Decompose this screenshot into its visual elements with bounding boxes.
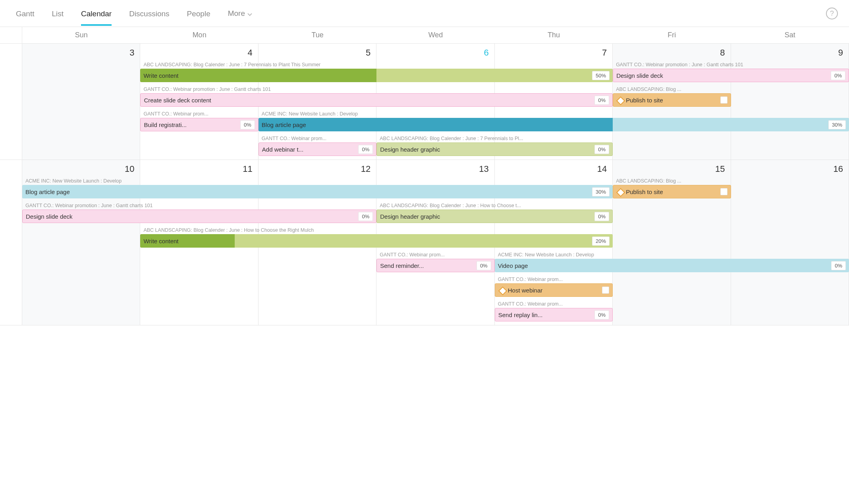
event-bar[interactable]: Send reminder...0%	[376, 259, 494, 272]
calendar-event[interactable]: GANTT CO.: Webinar promotion : June : Ga…	[140, 86, 613, 108]
event-percent-badge: 50%	[592, 71, 610, 80]
milestone-icon	[498, 287, 506, 294]
chevron-down-icon	[247, 10, 252, 18]
event-title: Write content	[143, 72, 592, 79]
calendar-event[interactable]: ABC LANDSCAPING: Blog Calender : June : …	[376, 202, 613, 224]
event-bar[interactable]: Build registrati...0%	[140, 118, 258, 131]
event-title: Design slide deck	[26, 213, 358, 220]
event-title: Write content	[143, 238, 592, 244]
tab-label: More	[228, 9, 245, 17]
event-bar[interactable]: Publish to site	[613, 93, 731, 107]
event-title: Design header graphic	[380, 146, 594, 153]
event-row: ABC LANDSCAPING: Blog Calender : June : …	[22, 227, 849, 251]
calendar-event[interactable]: GANTT CO.: Webinar prom...Send replay li…	[495, 300, 613, 323]
calendar-event[interactable]: ABC LANDSCAPING: Blog ...Publish to site	[613, 86, 731, 108]
event-caption: ABC LANDSCAPING: Blog Calender : June : …	[376, 135, 613, 142]
week-gutter	[0, 44, 22, 160]
calendar-event[interactable]: ABC LANDSCAPING: Blog ...Publish to site	[613, 177, 731, 200]
event-bar[interactable]: Write content50%	[140, 69, 613, 82]
event-caption: ABC LANDSCAPING: Blog Calender : June : …	[140, 227, 613, 234]
calendar-event[interactable]: GANTT CO.: Webinar promotion : June : Ga…	[22, 202, 376, 224]
milestone-icon	[616, 96, 623, 104]
event-bar[interactable]: Blog article page30%	[259, 118, 849, 131]
weekday-label: Tue	[259, 27, 376, 43]
tab-label: List	[52, 10, 64, 18]
weekday-label: Thu	[495, 27, 613, 43]
calendar-event[interactable]: ABC LANDSCAPING: Blog Calender : June : …	[376, 135, 613, 157]
tab-discussions[interactable]: Discussions	[120, 2, 178, 25]
help-icon[interactable]: ?	[826, 8, 838, 19]
event-bar[interactable]: Video page0%	[495, 259, 849, 272]
event-percent-badge: 0%	[358, 145, 373, 154]
tab-calendar[interactable]: Calendar	[72, 2, 120, 25]
event-caption: GANTT CO.: Webinar prom...	[376, 251, 494, 259]
event-title: Blog article page	[262, 121, 828, 128]
calendar-event[interactable]: GANTT CO.: Webinar prom...Send reminder.…	[376, 251, 494, 273]
calendar-event[interactable]: GANTT CO.: Webinar promotion : June : Ga…	[613, 61, 849, 83]
event-title: Blog article page	[25, 189, 592, 195]
calendar-event[interactable]: ABC LANDSCAPING: Blog Calender : June : …	[140, 227, 613, 249]
event-caption: ACME INC: New Website Launch : Develop	[259, 110, 849, 118]
event-percent-badge: 30%	[592, 187, 610, 196]
event-bar[interactable]: Write content20%	[140, 234, 613, 248]
event-caption: ABC LANDSCAPING: Blog Calender : June : …	[140, 61, 613, 69]
calendar-event[interactable]: ABC LANDSCAPING: Blog Calender : June : …	[140, 61, 613, 83]
event-bar[interactable]: Create slide deck content0%	[140, 93, 613, 107]
event-bar[interactable]: Design header graphic0%	[376, 210, 613, 223]
event-layer: ABC LANDSCAPING: Blog Calender : June : …	[22, 44, 849, 160]
event-caption: GANTT CO.: Webinar prom...	[495, 300, 613, 308]
calendar-event[interactable]: GANTT CO.: Webinar prom...Build registra…	[140, 110, 258, 133]
event-title: Build registrati...	[144, 121, 240, 128]
tab-label: Discussions	[129, 10, 169, 18]
calendar-event[interactable]: GANTT CO.: Webinar prom...Host webinar	[495, 276, 613, 298]
event-title: Design header graphic	[380, 213, 594, 220]
event-bar[interactable]: Add webinar t...0%	[259, 142, 376, 156]
event-title: Add webinar t...	[262, 146, 359, 153]
event-row: GANTT CO.: Webinar prom...Host webinar	[22, 276, 849, 300]
tab-people[interactable]: People	[178, 2, 219, 25]
event-bar[interactable]: Send replay lin...0%	[495, 308, 613, 321]
calendar-week: 3456789ABC LANDSCAPING: Blog Calender : …	[0, 44, 849, 160]
event-bar[interactable]: Design slide deck0%	[613, 69, 849, 82]
event-row: GANTT CO.: Webinar prom...Send replay li…	[22, 300, 849, 325]
event-bar[interactable]: Publish to site	[613, 185, 731, 198]
weekday-label: Sat	[731, 27, 849, 43]
event-caption: GANTT CO.: Webinar prom...	[495, 276, 613, 283]
event-caption: ACME INC: New Website Launch : Develop	[495, 251, 849, 259]
event-bar[interactable]: Design header graphic0%	[376, 142, 613, 156]
weekday-label: Wed	[376, 27, 494, 43]
weekday-header: SunMonTueWedThuFriSat	[0, 27, 849, 44]
weekday-label: Sun	[22, 27, 140, 43]
event-bar[interactable]: Blog article page30%	[22, 185, 613, 198]
event-checkbox[interactable]	[720, 96, 727, 104]
event-caption: ABC LANDSCAPING: Blog Calender : June : …	[376, 202, 613, 210]
calendar-event[interactable]: ACME INC: New Website Launch : DevelopVi…	[495, 251, 849, 273]
event-row: GANTT CO.: Webinar prom...Build registra…	[22, 110, 849, 135]
event-row: GANTT CO.: Webinar prom...Send reminder.…	[22, 251, 849, 276]
tab-more[interactable]: More	[219, 1, 261, 25]
event-title: Publish to site	[626, 189, 720, 195]
event-percent-badge: 0%	[358, 212, 373, 221]
event-percent-badge: 0%	[477, 261, 491, 270]
calendar-event[interactable]: ACME INC: New Website Launch : DevelopBl…	[22, 177, 613, 200]
tab-list[interactable]: List	[43, 2, 72, 25]
event-percent-badge: 0%	[594, 212, 609, 221]
event-checkbox[interactable]	[602, 287, 609, 294]
view-tabs: GanttListCalendarDiscussionsPeopleMore ?	[0, 0, 849, 27]
event-checkbox[interactable]	[720, 188, 727, 195]
event-percent-badge: 0%	[594, 96, 609, 105]
event-caption: GANTT CO.: Webinar prom...	[259, 135, 376, 142]
event-percent-badge: 0%	[594, 145, 609, 154]
event-bar[interactable]: Design slide deck0%	[22, 210, 376, 223]
event-bar[interactable]: Host webinar	[495, 283, 613, 297]
tab-label: Calendar	[81, 10, 112, 18]
calendar-event[interactable]: GANTT CO.: Webinar prom...Add webinar t.…	[259, 135, 376, 157]
event-percent-badge: 0%	[594, 310, 609, 319]
event-percent-badge: 30%	[828, 120, 846, 129]
event-row: GANTT CO.: Webinar promotion : June : Ga…	[22, 86, 849, 110]
event-caption: GANTT CO.: Webinar promotion : June : Ga…	[22, 202, 376, 210]
calendar-event[interactable]: ACME INC: New Website Launch : DevelopBl…	[259, 110, 849, 133]
event-caption: GANTT CO.: Webinar prom...	[140, 110, 258, 118]
tab-gantt[interactable]: Gantt	[7, 2, 43, 25]
event-caption: ABC LANDSCAPING: Blog ...	[613, 177, 731, 185]
